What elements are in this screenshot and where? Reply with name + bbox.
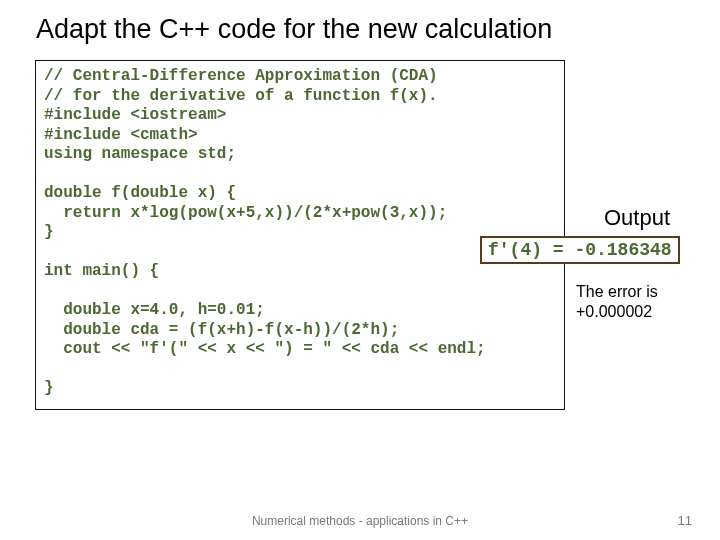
- error-line-2: +0.000002: [576, 303, 652, 320]
- slide: Adapt the C++ code for the new calculati…: [0, 0, 720, 540]
- code-box: // Central-Difference Approximation (CDA…: [35, 60, 565, 410]
- page-number: 11: [678, 513, 692, 528]
- error-line-1: The error is: [576, 283, 658, 300]
- error-note: The error is +0.000002: [576, 282, 658, 322]
- code-content: // Central-Difference Approximation (CDA…: [44, 67, 486, 397]
- output-value: f'(4) = -0.186348: [488, 240, 672, 260]
- output-box: f'(4) = -0.186348: [480, 236, 680, 264]
- footer-text: Numerical methods - applications in C++: [0, 514, 720, 528]
- output-label: Output: [604, 205, 670, 231]
- slide-title: Adapt the C++ code for the new calculati…: [36, 14, 552, 45]
